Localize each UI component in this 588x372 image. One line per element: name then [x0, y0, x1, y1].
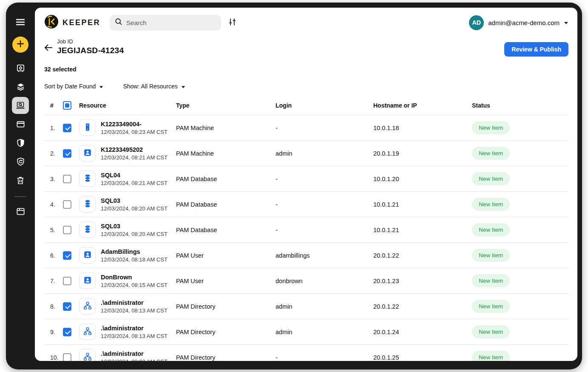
- card-icon: [16, 119, 26, 129]
- database-icon: [83, 199, 92, 210]
- row-checkbox[interactable]: [63, 124, 71, 132]
- row-checkbox[interactable]: [63, 277, 71, 285]
- login-cell: -: [276, 354, 373, 361]
- resource-cell[interactable]: SQL03 12/03/2024, 08:20 AM CST: [79, 196, 176, 213]
- sidebar-item-discovery[interactable]: [12, 97, 29, 114]
- resource-name: .\administrator: [101, 299, 168, 306]
- resource-icon-box: [79, 170, 96, 187]
- back-button[interactable]: [44, 44, 53, 53]
- table-row: 4. SQL03 12/03/2024, 08:20 AM CST PAM Da…: [44, 191, 568, 217]
- resource-icon-box: [79, 298, 96, 315]
- sidebar-item-secrets[interactable]: [12, 78, 29, 95]
- resource-name: SQL03: [101, 223, 168, 230]
- plus-icon: [17, 40, 24, 49]
- resource-date: 12/03/2024, 08:02 AM CST: [101, 358, 168, 361]
- header-type: Type: [176, 102, 276, 109]
- status-cell: New Item: [472, 274, 568, 287]
- account-menu[interactable]: AD admin@acme-demo.com: [469, 15, 568, 30]
- sort-dropdown[interactable]: Sort by Date Found: [44, 83, 103, 90]
- status-cell: New Item: [472, 172, 568, 185]
- type-cell: PAM Directory: [176, 329, 276, 335]
- resource-cell[interactable]: .\administrator 12/03/2024, 08:02 AM CST: [79, 349, 176, 361]
- status-cell: New Item: [472, 249, 568, 262]
- layout-panel-icon: [16, 207, 26, 216]
- filter-toolbar: Sort by Date Found Show: All Resources: [44, 83, 568, 90]
- avatar: AD: [469, 15, 484, 30]
- vault-icon: [16, 63, 26, 73]
- sidebar: [6, 3, 35, 369]
- show-dropdown[interactable]: Show: All Resources: [123, 83, 185, 90]
- shield-icon: [16, 138, 26, 148]
- resource-cell[interactable]: SQL04 12/03/2024, 08:21 AM CST: [79, 170, 176, 187]
- resource-cell[interactable]: .\administrator 12/03/2024, 08:13 AM CST: [79, 324, 176, 340]
- status-cell: New Item: [472, 198, 568, 211]
- review-publish-button[interactable]: Review & Publish: [504, 42, 568, 57]
- resource-icon-box: [79, 196, 96, 213]
- resource-name: .\administrator: [101, 325, 168, 332]
- row-checkbox[interactable]: [63, 226, 71, 234]
- row-checkbox[interactable]: [63, 200, 71, 209]
- resource-cell[interactable]: K12233495202 12/03/2024, 08:21 AM CST: [79, 145, 176, 162]
- table-row: 6. AdamBillings 12/03/2024, 08:18 AM CST…: [44, 242, 568, 268]
- row-checkbox[interactable]: [63, 302, 71, 311]
- type-cell: PAM User: [176, 252, 276, 259]
- row-checkbox[interactable]: [63, 149, 71, 158]
- sidebar-item-vault[interactable]: [12, 60, 29, 77]
- host-cell: 10.0.1.20: [373, 176, 472, 182]
- search-bar[interactable]: [110, 15, 221, 31]
- sidebar-item-breachwatch[interactable]: [12, 153, 29, 170]
- resource-name: K12233495202: [101, 146, 168, 153]
- resource-icon-box: [79, 119, 96, 136]
- directory-icon: [83, 327, 92, 338]
- resource-icon-box: [79, 273, 96, 289]
- host-cell: 10.0.1.21: [373, 201, 472, 208]
- header-login: Login: [276, 102, 373, 109]
- header-host: Hostname or IP: [373, 102, 472, 109]
- resource-cell[interactable]: DonBrown 12/03/2024, 08:15 AM CST: [79, 273, 176, 289]
- filter-button[interactable]: [228, 17, 237, 28]
- resource-name: K1223349004-: [101, 121, 168, 128]
- directory-icon: [83, 301, 92, 312]
- resource-cell[interactable]: AdamBillings 12/03/2024, 08:18 AM CST: [79, 247, 176, 264]
- row-checkbox[interactable]: [63, 251, 71, 260]
- resource-cell[interactable]: K1223349004- 12/03/2024, 08:23 AM CST: [79, 119, 176, 136]
- main-content: KEEPER AD admin@acme-demo.com: [35, 8, 577, 361]
- resource-date: 12/03/2024, 08:18 AM CST: [101, 256, 168, 263]
- login-cell: -: [276, 227, 373, 233]
- status-cell: New Item: [472, 121, 568, 134]
- type-cell: PAM Database: [176, 227, 276, 233]
- sidebar-item-security[interactable]: [12, 134, 29, 151]
- keeper-logo: KEEPER: [44, 14, 100, 31]
- table-row: 8. .\administrator 12/03/2024, 08:13 AM …: [44, 293, 568, 319]
- app-window: KEEPER AD admin@acme-demo.com: [6, 3, 582, 369]
- table-row: 5. SQL03 12/03/2024, 08:20 AM CST PAM Da…: [44, 217, 568, 242]
- type-cell: PAM Directory: [176, 303, 276, 310]
- row-number: 8.: [50, 303, 63, 310]
- select-all-checkbox[interactable]: [63, 101, 71, 110]
- status-badge: New Item: [472, 121, 510, 134]
- resource-icon-box: [79, 145, 96, 162]
- arrow-left-icon: [44, 44, 53, 53]
- row-checkbox[interactable]: [63, 353, 71, 361]
- host-cell: 10.0.1.21: [373, 227, 472, 233]
- type-cell: PAM Database: [176, 176, 276, 182]
- resource-cell[interactable]: .\administrator 12/03/2024, 08:13 AM CST: [79, 298, 176, 315]
- menu-button[interactable]: [12, 14, 29, 31]
- sidebar-item-trash[interactable]: [12, 172, 29, 189]
- row-checkbox[interactable]: [63, 175, 71, 183]
- sidebar-item-admin-console[interactable]: [12, 203, 29, 220]
- create-button[interactable]: [12, 37, 28, 53]
- status-cell: New Item: [472, 300, 568, 313]
- resource-date: 12/03/2024, 08:13 AM CST: [101, 307, 168, 314]
- row-checkbox[interactable]: [63, 328, 71, 336]
- server-icon: [83, 122, 92, 133]
- resource-date: 12/03/2024, 08:20 AM CST: [101, 231, 168, 237]
- discovery-laptop-search-icon: [15, 100, 26, 111]
- table-row: 3. SQL04 12/03/2024, 08:21 AM CST PAM Da…: [44, 166, 568, 191]
- resource-cell[interactable]: SQL03 12/03/2024, 08:20 AM CST: [79, 221, 176, 238]
- resource-name: AdamBillings: [101, 248, 168, 255]
- status-badge: New Item: [472, 274, 510, 287]
- account-email: admin@acme-demo.com: [488, 19, 560, 26]
- sidebar-item-payments[interactable]: [12, 116, 29, 133]
- search-input[interactable]: [126, 19, 216, 26]
